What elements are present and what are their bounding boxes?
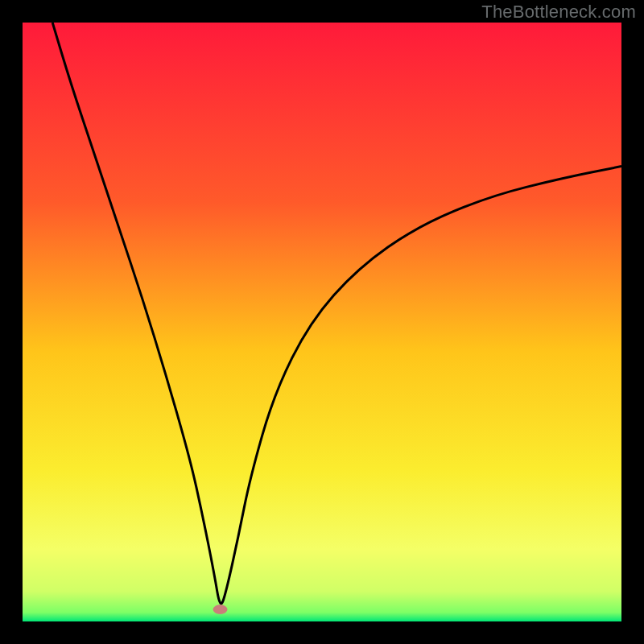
plot-area — [23, 23, 621, 621]
gradient-background — [23, 23, 621, 621]
optimal-point-marker — [213, 605, 228, 614]
chart-container: TheBottleneck.com — [0, 0, 644, 644]
bottleneck-chart — [23, 23, 621, 621]
attribution-label: TheBottleneck.com — [481, 2, 636, 23]
